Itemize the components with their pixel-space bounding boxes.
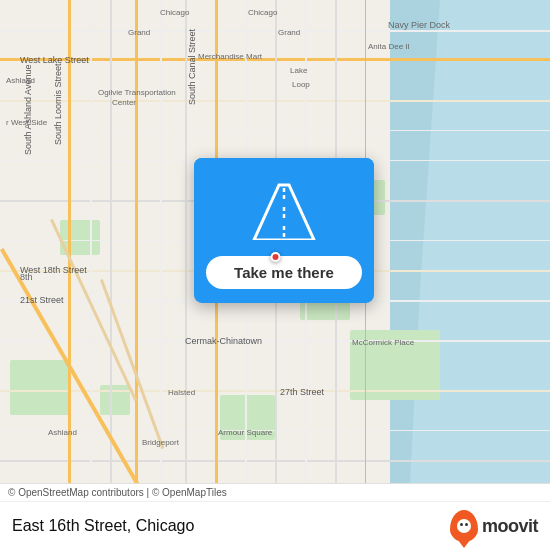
popup-icon-area bbox=[194, 157, 374, 255]
moovit-face bbox=[457, 519, 471, 533]
moovit-brand-text: moovit bbox=[482, 516, 538, 537]
location-row: East 16th Street, Chicago moovit bbox=[0, 502, 550, 550]
road-svg bbox=[249, 179, 319, 239]
take-me-there-button[interactable]: Take me there bbox=[206, 255, 362, 288]
attribution: © OpenStreetMap contributors | © OpenMap… bbox=[0, 484, 550, 502]
bottom-bar: © OpenStreetMap contributors | © OpenMap… bbox=[0, 483, 550, 550]
street-v bbox=[110, 0, 112, 483]
street-loomis bbox=[135, 0, 138, 483]
map-pin bbox=[271, 252, 281, 262]
street-v bbox=[160, 0, 162, 483]
street-v bbox=[90, 0, 92, 483]
moovit-pin-icon bbox=[450, 510, 478, 542]
svg-marker-0 bbox=[254, 184, 314, 239]
map-container[interactable]: West Lake Street West 18th Street 21st S… bbox=[0, 0, 550, 483]
location-text: East 16th Street, Chicago bbox=[12, 517, 442, 535]
street-ashland bbox=[68, 0, 71, 483]
park bbox=[220, 395, 275, 440]
road-icon bbox=[249, 179, 319, 239]
app: West Lake Street West 18th Street 21st S… bbox=[0, 0, 550, 550]
popup-card: Take me there bbox=[194, 157, 374, 302]
moovit-logo: moovit bbox=[450, 510, 538, 542]
street-v bbox=[185, 0, 187, 483]
park bbox=[10, 360, 70, 415]
